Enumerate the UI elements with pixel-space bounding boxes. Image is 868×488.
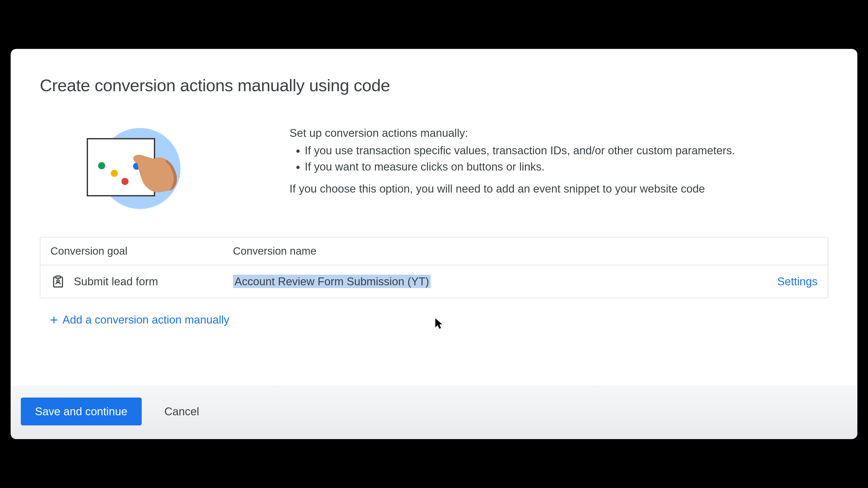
conversion-name[interactable]: Account Review Form Submission (YT) — [233, 275, 431, 288]
svg-rect-1 — [56, 276, 60, 278]
header-conversion-goal: Conversion goal — [51, 245, 233, 257]
table-header: Conversion goal Conversion name — [40, 237, 828, 265]
plus-icon: + — [50, 313, 58, 327]
dialog-card: Create conversion actions manually using… — [11, 49, 857, 439]
add-action-label: Add a conversion action manually — [63, 314, 229, 326]
footer-bar: Save and continue Cancel — [11, 385, 857, 439]
add-conversion-action-button[interactable]: + Add a conversion action manually — [11, 298, 857, 344]
header-conversion-name: Conversion name — [233, 245, 817, 257]
page-title: Create conversion actions manually using… — [11, 49, 857, 95]
table-row: Submit lead form Account Review Form Sub… — [40, 265, 828, 298]
hand-icon — [130, 143, 181, 194]
svg-point-2 — [57, 280, 59, 282]
save-and-continue-button[interactable]: Save and continue — [21, 397, 142, 425]
intro-lead: Set up conversion actions manually: — [289, 125, 735, 140]
intro-bullet: If you use transaction specific values, … — [305, 143, 735, 158]
settings-link[interactable]: Settings — [777, 275, 817, 288]
cancel-button[interactable]: Cancel — [164, 405, 199, 418]
intro-text: Set up conversion actions manually: If y… — [183, 125, 735, 196]
form-icon — [51, 274, 66, 289]
intro-note: If you choose this option, you will need… — [289, 181, 735, 196]
intro-section: Set up conversion actions manually: If y… — [11, 95, 857, 212]
illustration — [87, 125, 183, 212]
goal-label: Submit lead form — [74, 275, 158, 288]
intro-bullet: If you want to measure clicks on buttons… — [305, 159, 735, 174]
conversion-table: Conversion goal Conversion name Submit l… — [40, 237, 828, 298]
